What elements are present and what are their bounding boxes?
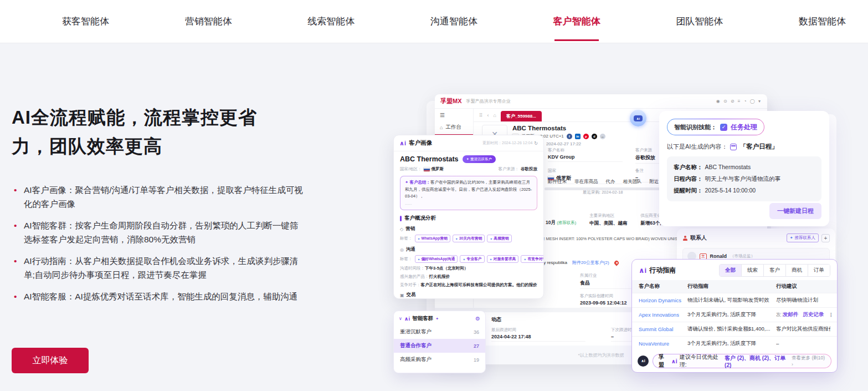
action-filter-tabs: 全部 线索 客户 商机 订单 (719, 264, 830, 277)
tags-label: 标签： (400, 256, 413, 262)
menu-burger-icon[interactable]: ☰ (435, 110, 473, 120)
group-trade: ▣ 交易 标签： ✦长期合作客户 ✦下过订单 ✦决策快 付款条款：20%预收+8… (400, 292, 537, 299)
sidebar-workbench-label: 工作台 (445, 124, 461, 131)
tag: ✦有竞争对手 (521, 255, 544, 263)
schedule-reminder: 提醒时间：2025-5-14 10:00:00 (674, 185, 815, 196)
stat-region: 主要采购地区 中国、美国、越南 (589, 213, 627, 227)
try-now-button[interactable]: 立即体验 (12, 348, 89, 373)
row-hover-actions: 发邮件 历史记录 ⋮ (772, 308, 834, 322)
profile-card-title: 客户画像 (409, 139, 432, 147)
sparkle-icon: ✦ (435, 317, 439, 321)
skill-recognition-card: 智能识别技能： ✓ 任务处理 以下是AI生成的内容： 「客户日程」 客户名称：A… (659, 111, 829, 226)
tab-customers[interactable]: 客户 (763, 265, 785, 276)
schedule-content: 日程内容：明天上午与客户沟通物流的事 (674, 173, 815, 185)
send-email-button[interactable]: 发邮件 (783, 311, 799, 318)
grid-icon[interactable]: ⠿ (479, 113, 483, 118)
table-row[interactable]: Apex Innovations 3个月无采购行为, 活跃度下降 发送关怀 发邮… (632, 307, 837, 322)
tag: ✦高频营销 (487, 235, 511, 242)
bullet-smart-segments: AI智能客群：按客户生命周期阶段自动分群，告别繁琐的人工判断一键筛选标签客户发起… (12, 219, 305, 246)
sparkle-icon: ✦ (405, 180, 408, 185)
tab-customer-agent[interactable]: 客户智能体 (553, 0, 600, 43)
view-more-link[interactable]: 查看更多 (剩10) › (792, 355, 825, 367)
crm-brand-logo: 孚盟MX (440, 97, 462, 105)
tab-non-stock[interactable]: 非在库商品 (574, 179, 598, 185)
tab-marketing-agent[interactable]: 营销智能体 (185, 0, 232, 43)
tag: ✦30天内有营销 (453, 235, 485, 242)
location-row: Attay respublika 附件20公里客户(2) (536, 260, 619, 266)
skill-intro-text: 以下是AI生成的内容： (667, 143, 727, 151)
tag: ✦WhatsApp营销 (415, 235, 450, 242)
tab-data-agent[interactable]: 数据智能体 (799, 0, 846, 43)
info-row-product: 感兴趣的产品：打火机报价 (400, 273, 537, 280)
customer-link[interactable]: Summit Global (639, 326, 687, 332)
home-tab-icon[interactable]: ⌂ (494, 113, 496, 118)
segment-row-frequent[interactable]: 高频采购客户 19 (394, 353, 485, 367)
tab-lead-agent[interactable]: 线索智能体 (307, 0, 355, 43)
ai-logo-icon: ∧i (399, 140, 406, 147)
field-customer-name: 客户名称 KDV Group (548, 148, 632, 164)
create-schedule-button[interactable]: 一键新建日程 (769, 203, 821, 219)
table-row[interactable]: Horizon Dynamics 物流计划未确认, 可能影响发货时效 尽快明确物… (632, 293, 837, 307)
more-social-icon[interactable]: ‥ (600, 134, 605, 139)
tab-nearby[interactable]: 附近 (650, 179, 659, 185)
sidebar-item-workbench[interactable]: ⌂ 工作台 (435, 120, 473, 134)
suggestion-highlight: 客户 (2)、商机 (2)、订单 (2) (725, 354, 789, 368)
customer-link[interactable]: Horizon Dynamics (639, 297, 687, 303)
segment-row-silent[interactable]: 重潜沉默客户 36 (394, 325, 485, 339)
tab-team-agent[interactable]: 团队智能体 (676, 0, 723, 43)
tab-todo[interactable]: 代办 (606, 179, 615, 185)
nearby-customers-link[interactable]: 附件20公里客户(2) (572, 260, 609, 266)
chevron-down-icon[interactable]: ∨ (399, 316, 402, 321)
map-pin-icon[interactable] (613, 260, 619, 266)
window-toolbar-icons[interactable]: ◉ ⊙ ⊘ ≡ ◔ ◯ ▾ (716, 99, 762, 104)
contact-name: Ronald (710, 253, 727, 259)
tiktok-icon[interactable]: d (592, 134, 597, 139)
segment-row-normal[interactable]: 普通合作客户 27 (394, 339, 485, 353)
history-button[interactable]: 历史记录 (803, 311, 824, 318)
customer-record-tab[interactable]: 客户_559988... (501, 111, 542, 121)
marketing-group-icon: ◇ (400, 227, 403, 232)
table-row[interactable]: NovaVenture 3个月无采购行为, 活跃度下降 – (632, 336, 837, 351)
recommend-contacts-button[interactable]: ✦ 推荐联系人 (787, 233, 819, 242)
page-title-line2: 力，团队效率更高 (12, 132, 257, 161)
tab-leads[interactable]: 线索 (741, 265, 763, 276)
tag: ✦对服务要求高 (487, 255, 519, 263)
ai-suggestion-bar: 孚盟 ∧i 建议今日优先处理: 客户 (2)、商机 (2)、订单 (2) 查看更… (653, 354, 831, 368)
linkedin-icon[interactable]: in (575, 134, 581, 139)
tab-all[interactable]: 全部 (720, 265, 741, 276)
more-dots-icon[interactable]: ⋮ (829, 312, 834, 318)
customer-link[interactable]: Apex Innovations (639, 312, 687, 318)
customer-link[interactable]: NovaVenture (639, 341, 687, 347)
person-icon (682, 236, 687, 241)
ai-summary-box: ✦ 客户总结：客户在中国的采购占比约30%，主要采购高峰期在三月和九月，供应商忠… (400, 176, 537, 210)
page-title: AI全流程赋能，流程掌控更省 力，团队效率更高 (12, 103, 257, 161)
sparkle-icon: ✦ (790, 236, 793, 240)
action-table-header: 客户名称 行动指南 行动建议 (632, 280, 837, 293)
skill-doc-title: 「客户日程」 (739, 143, 778, 151)
tab-acquisition-agent[interactable]: 获客智能体 (62, 0, 109, 43)
table-row[interactable]: Summit Global 请确认报价, 预计采购金额$1,400,... 客户… (632, 322, 837, 336)
ai-assistant-avatar[interactable]: ∧i (630, 110, 646, 126)
russia-flag-icon (424, 167, 430, 171)
tab-emails[interactable]: 邮件往来 (548, 179, 567, 185)
gear-icon[interactable]: ⚙ (475, 316, 480, 322)
field-label: 客户名称 (548, 148, 632, 153)
refresh-icon[interactable]: ↻ (534, 141, 538, 146)
tab-communication-agent[interactable]: 沟通智能体 (430, 0, 477, 43)
bullet-action-guide: AI行动指南：从客户相关数据提取合作机会或业务诉求，生成谈判步骤清单;自动同步待… (12, 254, 305, 282)
home-icon: ⌂ (440, 125, 443, 130)
tab-team[interactable]: 相关团队 (623, 179, 642, 185)
section-bar (400, 216, 402, 221)
suggestion-text: 建议今日优先处理: (680, 353, 722, 369)
tab-opportunities[interactable]: 商机 (785, 265, 808, 276)
ai-logo-icon: ∧i (639, 266, 646, 275)
pinterest-icon[interactable]: p (583, 134, 589, 139)
add-contact-button[interactable]: + (821, 234, 830, 242)
summary-ellipsis: ...... (405, 200, 532, 207)
back-icon[interactable]: ‹ (487, 113, 489, 118)
ai-logo-icon: ∧i (404, 316, 410, 322)
tab-orders[interactable]: 订单 (808, 265, 830, 276)
bullet-customer-profile: AI客户画像：聚合营销/沟通/订单等客户相关数据，提取客户特征生成可视化的客户画… (12, 183, 305, 211)
facebook-icon[interactable]: f (567, 134, 572, 139)
customer-status-badge: ✦ 重潜活跃客户 (463, 155, 496, 163)
